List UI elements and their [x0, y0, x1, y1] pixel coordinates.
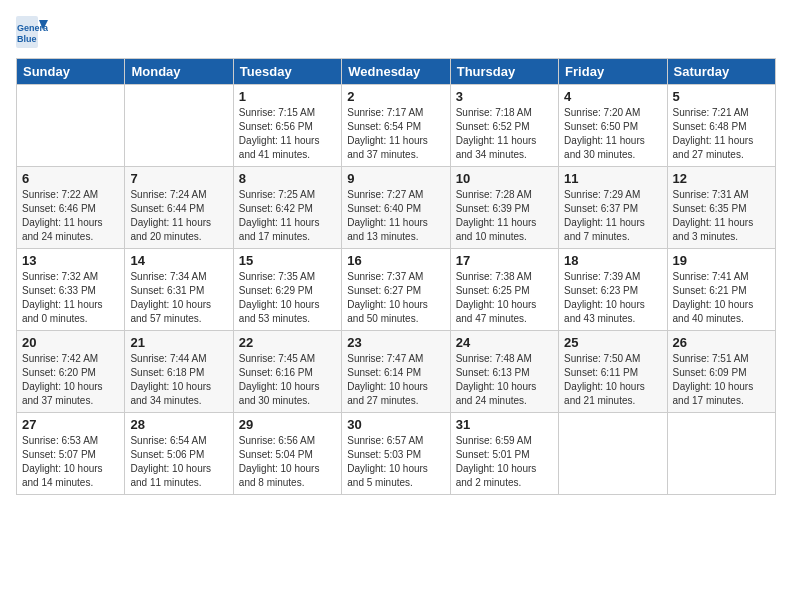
- day-cell: 5Sunrise: 7:21 AMSunset: 6:48 PMDaylight…: [667, 85, 775, 167]
- day-cell: 24Sunrise: 7:48 AMSunset: 6:13 PMDayligh…: [450, 331, 558, 413]
- day-number: 28: [130, 417, 227, 432]
- day-details: Sunrise: 7:21 AMSunset: 6:48 PMDaylight:…: [673, 106, 770, 162]
- week-row-4: 20Sunrise: 7:42 AMSunset: 6:20 PMDayligh…: [17, 331, 776, 413]
- day-cell: 9Sunrise: 7:27 AMSunset: 6:40 PMDaylight…: [342, 167, 450, 249]
- day-cell: 30Sunrise: 6:57 AMSunset: 5:03 PMDayligh…: [342, 413, 450, 495]
- day-details: Sunrise: 7:41 AMSunset: 6:21 PMDaylight:…: [673, 270, 770, 326]
- day-number: 13: [22, 253, 119, 268]
- day-details: Sunrise: 7:31 AMSunset: 6:35 PMDaylight:…: [673, 188, 770, 244]
- calendar-header-row: SundayMondayTuesdayWednesdayThursdayFrid…: [17, 59, 776, 85]
- day-number: 5: [673, 89, 770, 104]
- week-row-1: 1Sunrise: 7:15 AMSunset: 6:56 PMDaylight…: [17, 85, 776, 167]
- day-details: Sunrise: 7:42 AMSunset: 6:20 PMDaylight:…: [22, 352, 119, 408]
- day-cell: 16Sunrise: 7:37 AMSunset: 6:27 PMDayligh…: [342, 249, 450, 331]
- day-number: 19: [673, 253, 770, 268]
- header-wednesday: Wednesday: [342, 59, 450, 85]
- header-sunday: Sunday: [17, 59, 125, 85]
- page-header: General Blue: [16, 16, 776, 48]
- day-details: Sunrise: 6:56 AMSunset: 5:04 PMDaylight:…: [239, 434, 336, 490]
- day-cell: 1Sunrise: 7:15 AMSunset: 6:56 PMDaylight…: [233, 85, 341, 167]
- day-number: 25: [564, 335, 661, 350]
- day-cell: 27Sunrise: 6:53 AMSunset: 5:07 PMDayligh…: [17, 413, 125, 495]
- week-row-2: 6Sunrise: 7:22 AMSunset: 6:46 PMDaylight…: [17, 167, 776, 249]
- day-details: Sunrise: 7:28 AMSunset: 6:39 PMDaylight:…: [456, 188, 553, 244]
- day-number: 7: [130, 171, 227, 186]
- day-number: 23: [347, 335, 444, 350]
- day-cell: 6Sunrise: 7:22 AMSunset: 6:46 PMDaylight…: [17, 167, 125, 249]
- day-number: 1: [239, 89, 336, 104]
- day-details: Sunrise: 7:51 AMSunset: 6:09 PMDaylight:…: [673, 352, 770, 408]
- day-details: Sunrise: 6:53 AMSunset: 5:07 PMDaylight:…: [22, 434, 119, 490]
- day-number: 18: [564, 253, 661, 268]
- day-number: 8: [239, 171, 336, 186]
- week-row-5: 27Sunrise: 6:53 AMSunset: 5:07 PMDayligh…: [17, 413, 776, 495]
- day-cell: [667, 413, 775, 495]
- day-number: 26: [673, 335, 770, 350]
- day-details: Sunrise: 7:35 AMSunset: 6:29 PMDaylight:…: [239, 270, 336, 326]
- day-details: Sunrise: 6:57 AMSunset: 5:03 PMDaylight:…: [347, 434, 444, 490]
- day-number: 12: [673, 171, 770, 186]
- day-details: Sunrise: 7:50 AMSunset: 6:11 PMDaylight:…: [564, 352, 661, 408]
- day-cell: 21Sunrise: 7:44 AMSunset: 6:18 PMDayligh…: [125, 331, 233, 413]
- day-number: 27: [22, 417, 119, 432]
- day-cell: 11Sunrise: 7:29 AMSunset: 6:37 PMDayligh…: [559, 167, 667, 249]
- day-cell: 28Sunrise: 6:54 AMSunset: 5:06 PMDayligh…: [125, 413, 233, 495]
- header-tuesday: Tuesday: [233, 59, 341, 85]
- day-details: Sunrise: 7:48 AMSunset: 6:13 PMDaylight:…: [456, 352, 553, 408]
- day-number: 6: [22, 171, 119, 186]
- day-number: 16: [347, 253, 444, 268]
- header-monday: Monday: [125, 59, 233, 85]
- day-cell: 22Sunrise: 7:45 AMSunset: 6:16 PMDayligh…: [233, 331, 341, 413]
- day-number: 29: [239, 417, 336, 432]
- day-details: Sunrise: 7:29 AMSunset: 6:37 PMDaylight:…: [564, 188, 661, 244]
- svg-text:Blue: Blue: [17, 34, 37, 44]
- day-number: 14: [130, 253, 227, 268]
- day-details: Sunrise: 7:25 AMSunset: 6:42 PMDaylight:…: [239, 188, 336, 244]
- day-details: Sunrise: 6:54 AMSunset: 5:06 PMDaylight:…: [130, 434, 227, 490]
- day-number: 11: [564, 171, 661, 186]
- day-cell: [125, 85, 233, 167]
- day-details: Sunrise: 7:24 AMSunset: 6:44 PMDaylight:…: [130, 188, 227, 244]
- day-cell: 4Sunrise: 7:20 AMSunset: 6:50 PMDaylight…: [559, 85, 667, 167]
- day-number: 3: [456, 89, 553, 104]
- day-cell: [17, 85, 125, 167]
- day-number: 9: [347, 171, 444, 186]
- day-cell: 17Sunrise: 7:38 AMSunset: 6:25 PMDayligh…: [450, 249, 558, 331]
- week-row-3: 13Sunrise: 7:32 AMSunset: 6:33 PMDayligh…: [17, 249, 776, 331]
- day-details: Sunrise: 6:59 AMSunset: 5:01 PMDaylight:…: [456, 434, 553, 490]
- day-details: Sunrise: 7:45 AMSunset: 6:16 PMDaylight:…: [239, 352, 336, 408]
- day-details: Sunrise: 7:38 AMSunset: 6:25 PMDaylight:…: [456, 270, 553, 326]
- day-cell: 25Sunrise: 7:50 AMSunset: 6:11 PMDayligh…: [559, 331, 667, 413]
- day-number: 4: [564, 89, 661, 104]
- day-number: 21: [130, 335, 227, 350]
- day-cell: 14Sunrise: 7:34 AMSunset: 6:31 PMDayligh…: [125, 249, 233, 331]
- day-cell: 13Sunrise: 7:32 AMSunset: 6:33 PMDayligh…: [17, 249, 125, 331]
- day-details: Sunrise: 7:17 AMSunset: 6:54 PMDaylight:…: [347, 106, 444, 162]
- day-details: Sunrise: 7:27 AMSunset: 6:40 PMDaylight:…: [347, 188, 444, 244]
- day-number: 30: [347, 417, 444, 432]
- day-cell: 18Sunrise: 7:39 AMSunset: 6:23 PMDayligh…: [559, 249, 667, 331]
- day-cell: 26Sunrise: 7:51 AMSunset: 6:09 PMDayligh…: [667, 331, 775, 413]
- day-details: Sunrise: 7:18 AMSunset: 6:52 PMDaylight:…: [456, 106, 553, 162]
- day-details: Sunrise: 7:15 AMSunset: 6:56 PMDaylight:…: [239, 106, 336, 162]
- day-number: 15: [239, 253, 336, 268]
- day-cell: 19Sunrise: 7:41 AMSunset: 6:21 PMDayligh…: [667, 249, 775, 331]
- day-cell: 23Sunrise: 7:47 AMSunset: 6:14 PMDayligh…: [342, 331, 450, 413]
- day-cell: [559, 413, 667, 495]
- day-details: Sunrise: 7:47 AMSunset: 6:14 PMDaylight:…: [347, 352, 444, 408]
- logo-icon: General Blue: [16, 16, 48, 48]
- day-cell: 8Sunrise: 7:25 AMSunset: 6:42 PMDaylight…: [233, 167, 341, 249]
- day-details: Sunrise: 7:22 AMSunset: 6:46 PMDaylight:…: [22, 188, 119, 244]
- day-cell: 12Sunrise: 7:31 AMSunset: 6:35 PMDayligh…: [667, 167, 775, 249]
- header-thursday: Thursday: [450, 59, 558, 85]
- day-details: Sunrise: 7:20 AMSunset: 6:50 PMDaylight:…: [564, 106, 661, 162]
- logo: General Blue: [16, 16, 48, 48]
- day-number: 31: [456, 417, 553, 432]
- header-saturday: Saturday: [667, 59, 775, 85]
- day-details: Sunrise: 7:37 AMSunset: 6:27 PMDaylight:…: [347, 270, 444, 326]
- day-number: 20: [22, 335, 119, 350]
- day-number: 2: [347, 89, 444, 104]
- day-number: 17: [456, 253, 553, 268]
- header-friday: Friday: [559, 59, 667, 85]
- day-details: Sunrise: 7:44 AMSunset: 6:18 PMDaylight:…: [130, 352, 227, 408]
